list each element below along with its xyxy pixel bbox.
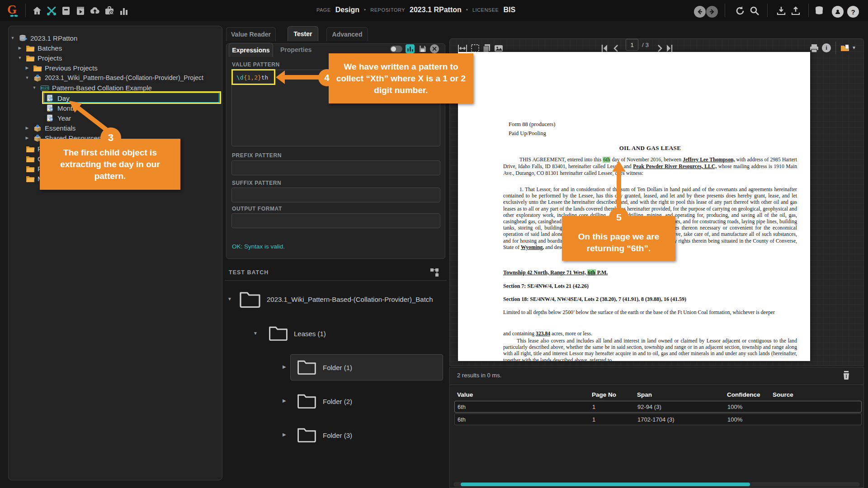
tab-advanced[interactable]: Advanced: [326, 27, 368, 41]
chevron-down-icon[interactable]: ▼: [253, 331, 258, 336]
prefix-pattern-input[interactable]: [231, 160, 440, 175]
chevron-down-icon[interactable]: ▼: [852, 45, 856, 50]
folder-icon: [26, 175, 35, 183]
horizontal-scrollbar[interactable]: [453, 482, 860, 487]
doc-form-header: Form 88 (producers) Paid Up/Pooling: [509, 120, 555, 138]
back-button[interactable]: [694, 6, 706, 18]
diagnostics-chart-icon[interactable]: [406, 44, 415, 53]
annotation-highlight-pattern: [231, 69, 275, 85]
tab-tester[interactable]: Tester: [288, 26, 318, 41]
folder3-label[interactable]: Folder (3): [323, 432, 352, 439]
download-icon[interactable]: [776, 5, 787, 16]
stats-icon[interactable]: [118, 5, 129, 16]
test-batch-label: TEST BATCH: [229, 269, 269, 276]
upload-icon[interactable]: [790, 5, 801, 16]
chevron-down-icon[interactable]: ▼: [17, 56, 23, 60]
design-tools-icon[interactable]: [46, 5, 57, 16]
doc-paragraph-3: This lease also covers and includes all …: [503, 338, 797, 361]
folder2-label[interactable]: Folder (2): [323, 398, 352, 405]
page-value[interactable]: Design: [335, 6, 359, 14]
import-cloud-icon[interactable]: [90, 5, 100, 16]
results-divider: [450, 385, 863, 385]
output-format-input[interactable]: [231, 213, 440, 228]
folder2-icon: [297, 392, 317, 409]
jobs-icon[interactable]: [104, 5, 115, 16]
chevron-down-icon[interactable]: ▼: [227, 296, 232, 301]
match-highlight: 6th: [603, 157, 610, 163]
home-icon[interactable]: [32, 5, 42, 16]
document-page[interactable]: Form 88 (producers) Paid Up/Pooling OIL …: [458, 52, 810, 361]
logo-leaf-icon: [9, 14, 19, 18]
licensee-value: BIS: [503, 6, 515, 14]
repository-label: REPOSITORY: [370, 7, 405, 13]
toggle-icon[interactable]: [390, 46, 402, 52]
folder-icon: [26, 54, 35, 62]
close-icon[interactable]: [430, 44, 439, 53]
database-icon[interactable]: [814, 5, 825, 16]
tree-item-month[interactable]: Month: [9, 103, 222, 113]
batches-icon[interactable]: [61, 5, 71, 16]
tree-item-repository[interactable]: ▼2023.1 RPatton: [9, 33, 222, 43]
chevron-down-icon[interactable]: ▼: [31, 85, 38, 90]
refresh-icon[interactable]: [735, 5, 745, 16]
chevron-down-icon[interactable]: ▼: [9, 36, 16, 40]
col-confidence[interactable]: Confidence: [727, 391, 760, 398]
subtab-expressions[interactable]: Expressions: [229, 43, 273, 57]
folder-icon: [26, 165, 35, 173]
toolbar-divider: [25, 4, 26, 17]
col-span[interactable]: Span: [637, 391, 652, 398]
scrollbar-thumb[interactable]: [461, 483, 750, 486]
leases-label[interactable]: Leases (1): [294, 330, 326, 338]
col-source[interactable]: Source: [773, 391, 793, 398]
folder1-label[interactable]: Folder (1): [323, 364, 352, 371]
forward-button[interactable]: [706, 6, 718, 18]
chevron-right-icon[interactable]: ▶: [283, 398, 286, 403]
doc-limited: Limited to all depths below 2500’ below …: [503, 309, 783, 316]
toolbar-divider: [835, 42, 836, 54]
subtab-properties[interactable]: Properties: [280, 46, 311, 53]
data-type-icon: [40, 84, 49, 92]
tree-item-batches[interactable]: ▶Batches: [9, 43, 222, 53]
search-icon[interactable]: [749, 5, 760, 16]
batch-hierarchy-icon[interactable]: [429, 267, 439, 277]
clear-results-icon[interactable]: [842, 371, 850, 380]
help-button[interactable]: ?: [847, 6, 859, 18]
tree-item-wiki-project[interactable]: ▼2023.1_Wiki_Pattern-Based-(Collation-Pr…: [9, 73, 222, 83]
view-layout-icon[interactable]: [840, 43, 850, 53]
data-format-icon: [46, 114, 55, 122]
top-app-bar: G PAGE Design • REPOSITORY 2023.1 RPatto…: [0, 0, 868, 21]
doc-paragraph-1: THIS AGREEMENT, entered into this 6th da…: [503, 156, 797, 177]
chevron-right-icon[interactable]: ▶: [24, 126, 30, 130]
chevron-down-icon[interactable]: ▼: [24, 75, 30, 80]
tree-item-year[interactable]: Year: [9, 113, 222, 123]
toolbar-divider: [808, 4, 809, 17]
tree-item-previous-projects[interactable]: ▶Previous Projects: [9, 63, 222, 73]
batch-process-icon[interactable]: [75, 5, 86, 16]
batch-root-label[interactable]: 2023.1_Wiki_Pattern-Based-(Collation-Pro…: [267, 296, 433, 303]
tree-item-projects[interactable]: ▼Projects: [9, 53, 222, 63]
project-package-icon: [33, 124, 42, 132]
repository-value[interactable]: 2023.1 RPatton: [410, 6, 462, 14]
doc-section7: Section 7: SE/4NW/4, Lots 21 (42.26): [503, 283, 589, 290]
col-value[interactable]: Value: [457, 391, 473, 398]
chevron-right-icon[interactable]: ▶: [24, 136, 30, 140]
chevron-right-icon[interactable]: ▶: [283, 364, 286, 369]
info-icon[interactable]: i: [822, 43, 831, 52]
chevron-right-icon[interactable]: ▶: [24, 66, 30, 70]
print-icon[interactable]: [809, 43, 819, 53]
tab-value-reader[interactable]: Value Reader: [226, 27, 276, 41]
chevron-right-icon[interactable]: ▶: [283, 432, 286, 437]
chevron-right-icon[interactable]: ▶: [17, 46, 23, 50]
suffix-pattern-input[interactable]: [231, 188, 440, 202]
toolbar-divider: [725, 4, 725, 17]
page-label: PAGE: [316, 7, 331, 13]
page-number-input[interactable]: 1: [626, 39, 638, 51]
batch-folder-icon: [239, 289, 261, 308]
result-row-2[interactable]: 6th 1 1702-1704 (3) 100%: [454, 413, 862, 425]
project-package-icon: [33, 74, 42, 82]
save-icon[interactable]: [418, 44, 427, 53]
col-page-no[interactable]: Page No: [592, 391, 616, 398]
suffix-pattern-label: SUFFIX PATTERN: [232, 180, 281, 186]
result-row-1[interactable]: 6th 1 92-94 (3) 100%: [454, 401, 862, 413]
user-account-button[interactable]: [832, 6, 844, 18]
